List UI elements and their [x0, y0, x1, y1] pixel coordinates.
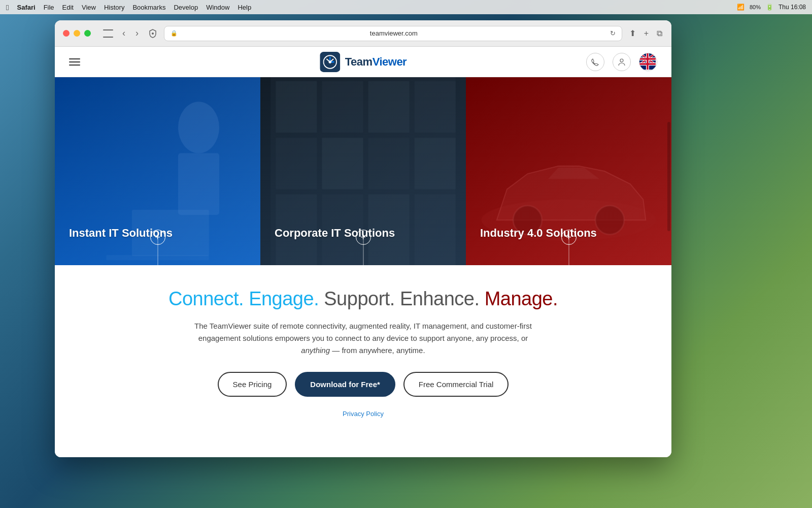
- tv-logo-icon: [320, 52, 340, 72]
- menu-bookmarks[interactable]: Bookmarks: [132, 4, 165, 11]
- svg-point-0: [152, 33, 154, 35]
- tagline-support: Support.: [324, 288, 395, 309]
- close-button[interactable]: [63, 30, 70, 37]
- tagline-enhance: Enhance.: [400, 288, 480, 309]
- menu-help[interactable]: Help: [238, 4, 251, 11]
- nav-buttons: ‹ ›: [119, 27, 142, 40]
- hamburger-menu[interactable]: [69, 58, 80, 66]
- language-flag[interactable]: [639, 53, 657, 71]
- reload-icon[interactable]: ↻: [610, 29, 616, 37]
- header-actions: [586, 53, 657, 71]
- traffic-lights: [63, 30, 91, 37]
- website-content: TeamViewer: [55, 47, 671, 457]
- scrollbar[interactable]: [667, 122, 670, 231]
- card-corporate-title: Corporate IT Solutions: [275, 227, 395, 240]
- tv-logo-text: TeamViewer: [345, 55, 407, 69]
- menu-view[interactable]: View: [82, 4, 96, 11]
- card-industry-title: Industry 4.0 Solutions: [480, 227, 597, 240]
- card-industry-content: Industry 4.0 Solutions: [480, 227, 597, 240]
- tagline-connect: Connect.: [168, 288, 244, 309]
- menu-bar:  Safari File Edit View History Bookmark…: [0, 0, 812, 14]
- bottom-section: Connect. Engage. Support. Enhance. Manag…: [55, 265, 671, 433]
- wifi-icon: 📶: [737, 4, 745, 11]
- industry-it-card[interactable]: Industry 4.0 Solutions +: [466, 77, 671, 265]
- tv-header: TeamViewer: [55, 47, 671, 77]
- battery-icon: 🔋: [766, 4, 773, 11]
- logo-viewer: Viewer: [373, 55, 407, 68]
- menu-edit[interactable]: Edit: [62, 4, 74, 11]
- user-button[interactable]: [613, 53, 631, 71]
- instant-it-card[interactable]: Instant IT Solutions +: [55, 77, 260, 265]
- free-trial-button[interactable]: Free Commercial Trial: [403, 372, 509, 397]
- browser-actions: ⬆ + ⧉: [628, 27, 663, 39]
- tabs-button[interactable]: ⧉: [656, 28, 663, 39]
- description-after: — from anywhere, anytime.: [330, 346, 425, 355]
- corporate-plus-button[interactable]: +: [356, 230, 371, 245]
- shield-icon: [148, 28, 158, 39]
- logo-team: Team: [345, 55, 373, 68]
- svg-point-4: [620, 59, 623, 62]
- privacy-policy-link[interactable]: Privacy Policy: [343, 410, 384, 418]
- menu-file[interactable]: File: [44, 4, 54, 11]
- apple-menu[interactable]: : [6, 3, 9, 12]
- description-italic: anything: [301, 346, 330, 355]
- forward-button[interactable]: ›: [132, 27, 142, 40]
- card-corporate-content: Corporate IT Solutions: [275, 227, 395, 240]
- share-button[interactable]: ⬆: [628, 27, 637, 39]
- clock: Thu 16:08: [779, 4, 806, 11]
- menu-history[interactable]: History: [104, 4, 124, 11]
- instant-plus-button[interactable]: +: [150, 230, 165, 245]
- solution-cards: Instant IT Solutions +: [55, 77, 671, 265]
- sidebar-toggle[interactable]: [103, 29, 113, 38]
- svg-point-3: [328, 60, 331, 63]
- industry-plus-container: +: [561, 230, 577, 245]
- download-button[interactable]: Download for Free*: [295, 372, 395, 397]
- new-tab-button[interactable]: +: [643, 28, 650, 39]
- menu-develop[interactable]: Develop: [174, 4, 198, 11]
- menu-window[interactable]: Window: [206, 4, 229, 11]
- phone-button[interactable]: [586, 53, 604, 71]
- browser-window: ‹ › 🔒 teamviewer.com ↻ ⬆ + ⧉: [55, 20, 671, 457]
- browser-chrome: ‹ › 🔒 teamviewer.com ↻ ⬆ + ⧉: [55, 20, 671, 47]
- corporate-it-card[interactable]: Corporate IT Solutions +: [260, 77, 466, 265]
- description-text: The TeamViewer suite of remote connectiv…: [186, 320, 541, 357]
- tv-logo[interactable]: TeamViewer: [320, 52, 407, 72]
- tagline-manage: Manage.: [485, 288, 558, 309]
- description-before: The TeamViewer suite of remote connectiv…: [194, 322, 532, 342]
- maximize-button[interactable]: [84, 30, 91, 37]
- tagline-engage: Engage.: [249, 288, 319, 309]
- app-name[interactable]: Safari: [17, 4, 35, 11]
- battery-status: 80%: [750, 4, 761, 10]
- tagline: Connect. Engage. Support. Enhance. Manag…: [75, 288, 651, 310]
- desktop:  Safari File Edit View History Bookmark…: [0, 0, 812, 508]
- url-text: teamviewer.com: [181, 29, 607, 37]
- back-button[interactable]: ‹: [119, 27, 128, 40]
- cta-buttons: See Pricing Download for Free* Free Comm…: [75, 372, 651, 397]
- corporate-plus-container: +: [356, 230, 371, 245]
- lock-icon: 🔒: [171, 30, 178, 37]
- minimize-button[interactable]: [74, 30, 80, 37]
- instant-plus-container: +: [150, 230, 165, 245]
- see-pricing-button[interactable]: See Pricing: [218, 372, 287, 397]
- address-bar[interactable]: 🔒 teamviewer.com ↻: [164, 26, 622, 41]
- industry-plus-button[interactable]: +: [561, 230, 577, 245]
